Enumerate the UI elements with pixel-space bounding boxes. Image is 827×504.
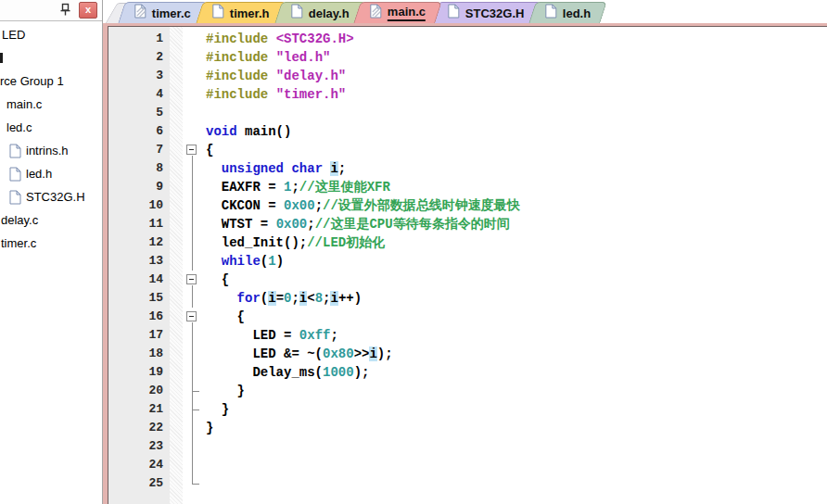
code-token: Delay_ms( (206, 365, 323, 380)
fold-row (183, 215, 202, 233)
code-token: 0xff (299, 328, 331, 343)
tab-content: delay.h (290, 4, 349, 22)
line-number: 7 (108, 141, 170, 159)
tab-label: led.h (563, 6, 591, 20)
code-line: EAXFR = 1;//这里使能XFR (202, 178, 827, 196)
file-icon (9, 144, 21, 158)
line-number-gutter: 1234567891011121314151617181920212223242… (108, 27, 170, 504)
fold-row (183, 437, 202, 456)
fold-row (183, 308, 202, 326)
tree-item-STC32G.H[interactable]: STC32G.H (0, 185, 102, 208)
line-number: 4 (108, 85, 170, 104)
close-icon[interactable]: x (79, 2, 97, 19)
line-number: 25 (108, 474, 170, 493)
code-token: i (330, 291, 337, 306)
tab-led.h[interactable]: led.h (528, 2, 607, 23)
tab-label: main.c (388, 5, 426, 21)
tab-STC32G.H[interactable]: STC32G.H (431, 2, 541, 23)
fold-row (183, 474, 202, 493)
code-token: WTST = (206, 217, 276, 232)
tree-item-main.c[interactable]: main.c (0, 93, 102, 116)
code-line (202, 437, 827, 456)
project-tree: LEDrce Group 1main.cled.cintrins.hled.hS… (0, 21, 102, 255)
code-token: 1 (268, 254, 275, 269)
tab-timer.h[interactable]: timer.h (196, 2, 286, 23)
code-token: ); (377, 346, 393, 361)
code-line: Delay_ms(1000); (202, 363, 827, 382)
tree-item-intrins.h[interactable]: intrins.h (0, 139, 102, 162)
tab-content: timer.c (134, 4, 191, 22)
tree-item-led.c[interactable]: led.c (0, 116, 102, 139)
fold-line (192, 178, 193, 196)
code-line: WTST = 0x00;//这里是CPU等待每条指令的时间 (202, 215, 827, 233)
line-number: 8 (108, 159, 170, 178)
pin-icon[interactable] (58, 3, 72, 17)
line-number: 20 (108, 382, 170, 400)
code-pane[interactable]: #include <STC32G.H>#include "led.h"#incl… (202, 27, 827, 504)
tab-delay.h[interactable]: delay.h (274, 2, 365, 23)
fold-line (192, 196, 193, 215)
code-line: { (202, 271, 827, 289)
document-icon (447, 4, 459, 22)
code-token: 0x00 (276, 217, 308, 232)
code-token: >> (354, 346, 370, 361)
editor-frame: 1234567891011121314151617181920212223242… (103, 23, 827, 504)
fold-collapse-box[interactable] (186, 311, 197, 321)
code-token: i (299, 291, 307, 306)
fold-row (183, 400, 202, 419)
fold-row (183, 233, 202, 252)
tab-main.c[interactable]: main.c (354, 2, 443, 23)
tree-item-timer.c[interactable]: timer.c (0, 232, 102, 255)
line-number: 11 (108, 215, 170, 233)
code-line: void main() (202, 122, 827, 141)
code-token: = (276, 291, 284, 306)
code-token: { (206, 272, 229, 287)
fold-line (192, 289, 193, 308)
code-token: unsigned (222, 161, 284, 176)
fold-line (192, 474, 193, 484)
line-number: 15 (108, 289, 170, 308)
code-token: 1000 (323, 365, 354, 380)
code-token: while (222, 254, 261, 269)
tree-item-label: LED (2, 28, 25, 42)
fold-row (183, 271, 202, 289)
document-icon (545, 4, 557, 22)
tab-label: timer.c (152, 6, 191, 20)
file-icon (9, 190, 21, 205)
fold-line (192, 159, 193, 178)
code-token: < (307, 291, 314, 306)
tab-content: main.c (370, 4, 426, 22)
code-token: //设置外部数据总线时钟速度最快 (323, 198, 520, 213)
code-line: { (202, 141, 827, 159)
tree-item-rce Group 1[interactable]: rce Group 1 (0, 69, 102, 93)
tree-item-led.h[interactable]: led.h (0, 162, 102, 185)
line-number: 24 (108, 456, 170, 474)
line-number: 14 (108, 271, 170, 289)
line-number: 22 (108, 419, 170, 437)
document-icon (290, 4, 302, 22)
fold-collapse-box[interactable] (186, 274, 197, 284)
fold-line (192, 345, 193, 363)
code-token: i (369, 346, 376, 361)
fold-row (183, 104, 202, 122)
tab-label: delay.h (308, 6, 349, 20)
document-icon (134, 4, 146, 22)
code-token: "led.h" (276, 50, 331, 65)
tab-timer.c[interactable]: timer.c (118, 2, 207, 23)
fold-line (192, 326, 193, 345)
tab-content: timer.h (212, 4, 270, 22)
tree-item-LED[interactable]: LED (0, 23, 102, 46)
code-token: EAXFR = (206, 180, 284, 195)
code-line: { (202, 308, 827, 326)
fold-row (183, 252, 202, 271)
fold-row (183, 419, 202, 437)
tree-item-fragment[interactable] (0, 46, 102, 69)
code-token: ; (315, 198, 323, 213)
fold-margin (183, 27, 202, 504)
code-token (206, 291, 237, 306)
tree-item-delay.c[interactable]: delay.c (0, 208, 102, 232)
code-line: led_Init();//LED初始化 (202, 233, 827, 252)
truncated-item-fragment (0, 53, 3, 63)
code-line: } (202, 400, 827, 419)
fold-collapse-box[interactable] (186, 145, 197, 155)
